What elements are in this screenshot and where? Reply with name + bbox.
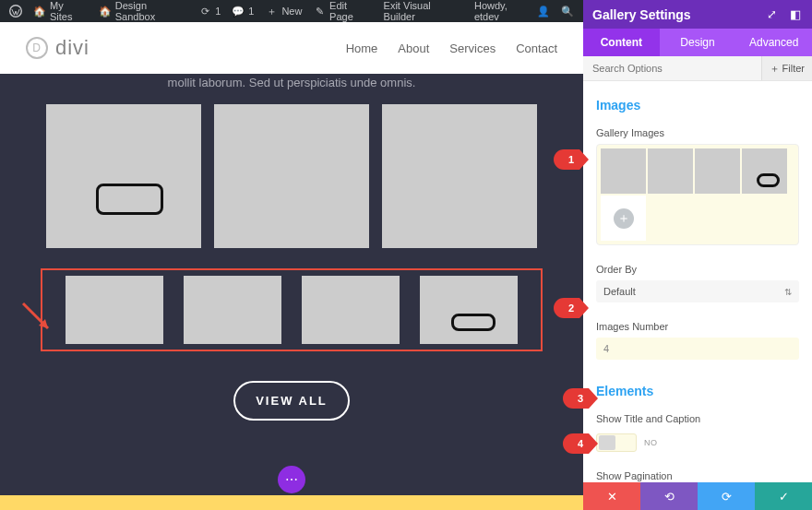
hero-caption: mollit laborum. Sed ut perspiciatis unde… (41, 74, 543, 99)
gallery-thumb[interactable] (695, 148, 740, 194)
chevron-updown-icon: ⇅ (784, 287, 792, 297)
images-number-field[interactable] (596, 338, 799, 360)
settings-panel: Gallery Settings ⤢ ◧ Content Design Adva… (583, 0, 812, 510)
expand-icon[interactable]: ⤢ (764, 7, 779, 22)
nav-about[interactable]: About (398, 42, 429, 55)
plus-icon: ＋ (770, 62, 780, 76)
updates-link[interactable]: ⟳1 (193, 0, 226, 22)
primary-nav: Home About Services Contact (346, 42, 557, 55)
annotation-arrow-icon (20, 301, 57, 338)
new-content-link[interactable]: ＋New (259, 0, 307, 22)
thumb-image[interactable] (184, 276, 281, 344)
callout-badge: 1 (554, 149, 579, 170)
add-image-cell: ＋ (601, 196, 646, 241)
tab-design[interactable]: Design (660, 29, 736, 56)
view-all-button[interactable]: VIEW ALL (233, 381, 350, 421)
section-elements: Elements (596, 376, 799, 408)
label-orderby: Order By (596, 258, 799, 280)
redo-button[interactable]: ⟳ (698, 482, 755, 510)
thumb-image[interactable] (66, 276, 163, 344)
site-header: D divi Home About Services Contact (0, 22, 583, 74)
gallery-image[interactable] (46, 104, 201, 248)
gallery-thumbs-highlight (41, 268, 543, 351)
panel-header: Gallery Settings ⤢ ◧ (583, 0, 812, 29)
logo-text: divi (55, 36, 90, 60)
undo-icon: ⟲ (664, 490, 675, 504)
gallery-main (41, 104, 543, 248)
user-greeting[interactable]: Howdy, etdev 👤 (469, 0, 555, 22)
my-sites-link[interactable]: 🏠My Sites (28, 0, 93, 22)
panel-title: Gallery Settings (592, 7, 691, 22)
footer-accent (0, 495, 583, 510)
panel-footer: ✕ ⟲ ⟳ ✓ (583, 482, 812, 510)
search-icon[interactable]: 🔍 (555, 0, 579, 22)
label-show-title: Show Title and Caption (596, 408, 799, 430)
filter-button[interactable]: ＋Filter (761, 56, 812, 80)
panel-body: Images Gallery Images ＋ Order By Default… (583, 81, 812, 482)
close-icon: ✕ (607, 490, 617, 504)
callout-badge: 2 (554, 298, 579, 318)
snap-icon[interactable]: ◧ (788, 7, 803, 22)
gallery-thumb[interactable] (742, 148, 787, 194)
page-content: mollit laborum. Sed ut perspiciatis unde… (0, 74, 583, 495)
orderby-value: Default (603, 286, 636, 297)
thumb-image[interactable] (420, 276, 518, 344)
nav-contact[interactable]: Contact (516, 42, 557, 55)
add-image-button[interactable]: ＋ (614, 208, 634, 229)
panel-search: ＋Filter (583, 56, 812, 81)
label-show-pagination: Show Pagination (596, 465, 799, 482)
wp-admin-bar: 🏠My Sites 🏠Design Sandbox ⟳1 💬1 ＋New ✎Ed… (0, 0, 583, 22)
comments-link[interactable]: 💬1 (226, 0, 259, 22)
edit-page-link[interactable]: ✎Edit Page (307, 0, 377, 22)
gallery-image[interactable] (214, 104, 369, 248)
label-gallery-images: Gallery Images (596, 122, 799, 144)
callout-badge: 4 (563, 433, 589, 454)
nav-home[interactable]: Home (346, 42, 378, 55)
nav-services[interactable]: Services (449, 42, 496, 55)
images-number-input[interactable] (603, 343, 792, 354)
tab-content[interactable]: Content (583, 29, 660, 56)
callout-badge: 3 (563, 388, 589, 409)
divi-fab-icon[interactable]: ⋯ (278, 466, 305, 493)
gallery-thumb[interactable] (601, 148, 646, 194)
section-images: Images (596, 90, 799, 122)
toggle-show-title-value: NO (644, 438, 658, 447)
redo-icon: ⟳ (722, 490, 732, 504)
gallery-image[interactable] (382, 104, 537, 248)
gallery-thumb[interactable] (648, 148, 693, 194)
toggle-show-title[interactable] (596, 433, 637, 452)
check-icon: ✓ (779, 490, 789, 504)
logo-icon: D (26, 37, 48, 59)
label-images-number: Images Number (596, 315, 799, 338)
cancel-button[interactable]: ✕ (583, 482, 640, 510)
save-button[interactable]: ✓ (755, 482, 812, 510)
undo-button[interactable]: ⟲ (640, 482, 698, 510)
site-logo[interactable]: D divi (26, 36, 90, 60)
panel-tabs: Content Design Advanced (583, 29, 812, 56)
thumb-image[interactable] (302, 276, 400, 344)
orderby-select[interactable]: Default ⇅ (596, 280, 799, 302)
tab-advanced[interactable]: Advanced (735, 29, 812, 56)
search-input[interactable] (583, 56, 761, 80)
exit-vb-link[interactable]: Exit Visual Builder (378, 0, 469, 22)
wp-logo-icon[interactable] (4, 0, 28, 22)
site-name-link[interactable]: 🏠Design Sandbox (93, 0, 193, 22)
gallery-images-field: ＋ (596, 144, 799, 245)
